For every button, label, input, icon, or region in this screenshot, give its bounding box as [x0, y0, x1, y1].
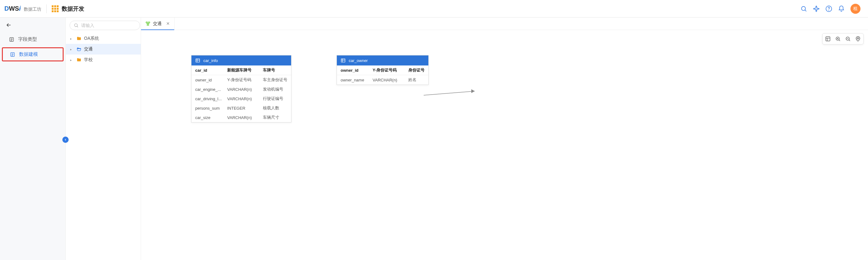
tree-search-box[interactable] [69, 21, 140, 30]
column-type: INTEGER [227, 106, 262, 110]
entity-column[interactable]: owner_name VARCHAR(n) 姓名 [337, 75, 428, 85]
tree-item-label: 学校 [84, 57, 93, 63]
svg-text:AI: AI [815, 7, 817, 10]
app-title[interactable]: 数据开发 [52, 5, 84, 12]
svg-line-32 [849, 40, 850, 41]
svg-rect-20 [147, 25, 149, 25]
entity-car_info[interactable]: car_info car_id 新能源车牌号 车牌号 owner_id Y-身份… [191, 55, 291, 123]
collapse-button[interactable] [62, 137, 69, 143]
search-icon[interactable] [800, 5, 807, 12]
column-field: car_id [195, 68, 226, 73]
divider [46, 4, 47, 13]
entity-column[interactable]: car_engine_... VARCHAR(n) 发动机编号 [191, 85, 291, 94]
close-icon[interactable] [166, 21, 170, 26]
bell-icon[interactable] [838, 5, 845, 12]
chevron-right-icon: ▸ [70, 47, 74, 51]
tree-item-oa[interactable]: ▸ OA系统 [66, 33, 141, 44]
svg-line-40 [424, 91, 475, 95]
svg-rect-18 [146, 22, 148, 23]
column-comment: 身份证号 [408, 67, 425, 73]
canvas-toolbar [822, 33, 864, 44]
svg-rect-23 [826, 37, 830, 41]
entity-header[interactable]: car_info [191, 56, 291, 65]
svg-line-29 [839, 40, 840, 41]
tree-search-row [66, 18, 141, 33]
column-type: Y-身份证号码 [227, 77, 262, 83]
fit-icon[interactable] [854, 35, 862, 43]
entity-header[interactable]: car_owner [337, 56, 428, 65]
column-type: VARCHAR(n) [373, 78, 407, 83]
zoom-in-icon[interactable] [834, 35, 842, 43]
entity-column[interactable]: persons_sum INTEGER 核载人数 [191, 103, 291, 113]
svg-line-1 [805, 10, 807, 11]
svg-point-5 [829, 10, 829, 10]
column-type: Y-身份证号码 [373, 67, 407, 73]
column-field: owner_id [195, 78, 226, 83]
table-icon [195, 58, 200, 63]
back-button[interactable] [5, 21, 12, 29]
model-tab-icon [146, 21, 150, 26]
column-field: car_driving_l... [195, 96, 226, 101]
entity-name: car_info [204, 58, 218, 63]
folder-icon [76, 57, 82, 62]
tree-item-traffic[interactable]: ▸ 交通 [66, 44, 141, 55]
svg-point-0 [802, 6, 806, 10]
svg-point-33 [857, 38, 859, 39]
column-type: 新能源车牌号 [227, 67, 262, 73]
entity-car_owner[interactable]: car_owner owner_id Y-身份证号码 身份证号 owner_na… [337, 55, 429, 85]
chevron-right-icon: ▸ [70, 37, 74, 40]
column-field: persons_sum [195, 106, 226, 110]
column-comment: 发动机编号 [263, 87, 287, 92]
search-input[interactable] [81, 23, 136, 28]
sidebar-item-field-type[interactable]: 字段类型 [0, 33, 65, 46]
svg-rect-19 [148, 22, 150, 23]
column-field: owner_id [341, 68, 371, 73]
chevron-right-icon: ▸ [70, 58, 74, 62]
folder-icon [76, 36, 82, 41]
entity-column[interactable]: car_id 新能源车牌号 车牌号 [191, 65, 291, 75]
tree-panel: ▸ OA系统 ▸ 交通 ▸ 学校 [66, 18, 141, 260]
tabs: 交通 [141, 18, 868, 30]
header-icons: AI 租 [800, 4, 864, 14]
entity-column[interactable]: owner_id Y-身份证号码 车主身份证号 [191, 75, 291, 85]
column-comment: 核载人数 [263, 105, 287, 111]
tab-traffic[interactable]: 交通 [141, 18, 175, 30]
main: 交通 [141, 18, 868, 260]
help-icon[interactable] [826, 5, 832, 12]
ai-icon[interactable]: AI [813, 5, 820, 12]
svg-rect-34 [196, 59, 199, 62]
column-field: owner_name [341, 78, 371, 83]
avatar[interactable]: 租 [850, 4, 861, 14]
entity-column[interactable]: car_driving_l... VARCHAR(n) 行驶证编号 [191, 94, 291, 103]
layout-icon[interactable] [824, 35, 832, 43]
column-field: car_engine_... [195, 87, 226, 92]
svg-marker-41 [471, 89, 475, 93]
column-type: VARCHAR(n) [227, 115, 262, 120]
column-comment: 姓名 [408, 77, 425, 83]
zoom-out-icon[interactable] [844, 35, 852, 43]
tree-item-label: 交通 [84, 46, 93, 52]
entity-column[interactable]: owner_id Y-身份证号码 身份证号 [337, 65, 428, 75]
tree-item-label: OA系统 [84, 36, 99, 41]
tree-item-school[interactable]: ▸ 学校 [66, 55, 141, 65]
list-icon [9, 37, 14, 42]
entity-column[interactable]: car_size VARCHAR(n) 车辆尺寸 [191, 113, 291, 122]
column-comment: 车主身份证号 [263, 77, 287, 83]
table-icon [341, 58, 346, 63]
svg-line-15 [77, 26, 78, 27]
sidebar-item-data-modeling[interactable]: 数据建模 [2, 47, 64, 61]
sidebar-item-label: 数据建模 [19, 52, 38, 57]
column-comment: 车辆尺寸 [263, 115, 287, 120]
entity-name: car_owner [349, 58, 368, 63]
header: DWSi 数据工坊 数据开发 AI 租 [0, 0, 868, 18]
svg-point-14 [74, 24, 78, 27]
column-type: VARCHAR(n) [227, 87, 262, 92]
logo[interactable]: DWSi 数据工坊 [4, 5, 41, 12]
tab-label: 交通 [153, 21, 162, 27]
search-icon [74, 23, 79, 28]
column-comment: 行驶证编号 [263, 96, 287, 101]
sidebar-item-label: 字段类型 [18, 36, 37, 42]
folder-open-icon [76, 47, 82, 52]
canvas[interactable]: car_info car_id 新能源车牌号 车牌号 owner_id Y-身份… [141, 30, 868, 260]
app-title-label: 数据开发 [62, 5, 84, 12]
